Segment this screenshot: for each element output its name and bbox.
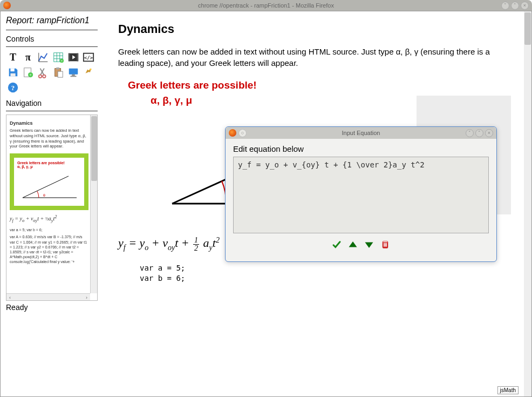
firefox-icon — [229, 129, 236, 137]
nav-code-1[interactable]: var a = 5; var b = 6; — [10, 227, 88, 232]
dialog-actions — [233, 235, 489, 256]
pi-equation-button[interactable]: π — [21, 50, 35, 64]
svg-rect-10 — [69, 53, 70, 62]
svg-text:θ: θ — [43, 193, 45, 197]
dialog-close-button[interactable]: × — [485, 129, 493, 137]
equation-input[interactable] — [233, 157, 489, 233]
svg-rect-27 — [69, 69, 78, 75]
svg-rect-15 — [10, 69, 14, 72]
svg-marker-39 — [349, 241, 357, 247]
dialog-minimize-button[interactable]: ˅ — [466, 129, 474, 137]
settings-button[interactable] — [81, 65, 96, 79]
nav-scroll-thumb[interactable] — [91, 116, 97, 181]
maximize-button[interactable]: ˄ — [511, 2, 519, 10]
svg-rect-42 — [384, 243, 385, 247]
svg-rect-43 — [385, 243, 386, 247]
main-scrollbar[interactable] — [524, 11, 531, 396]
code-line: var b = 6; — [140, 273, 516, 284]
svg-point-30 — [90, 69, 92, 71]
navigation-label: Navigation — [6, 99, 98, 111]
nav-equation[interactable]: yf = yo + voyt + ½ayt2 — [10, 214, 88, 223]
window-titlebar: chrome //opentrack - rampFriction1 - Moz… — [0, 0, 532, 11]
dialog-label: Edit equation below — [233, 144, 489, 153]
svg-line-34 — [23, 176, 69, 198]
video-button[interactable] — [66, 50, 80, 64]
display-button[interactable] — [66, 65, 80, 79]
main-scroll-thumb[interactable] — [524, 12, 531, 45]
input-equation-dialog: ○ Input Equation ˅ ˄ × Edit equation bel… — [225, 126, 497, 262]
svg-point-23 — [43, 75, 46, 78]
svg-rect-25 — [56, 68, 59, 70]
move-down-button[interactable] — [364, 240, 374, 250]
controls-toolbar: T π + </> + ? — [6, 50, 98, 95]
svg-rect-28 — [72, 75, 75, 76]
greek-callout: Greek letters are possible! — [128, 79, 516, 91]
svg-rect-45 — [383, 241, 387, 243]
move-up-button[interactable] — [347, 240, 358, 250]
nav-scrollbar-horizontal[interactable]: ‹ › — [6, 293, 90, 300]
dialog-titlebar[interactable]: ○ Input Equation ˅ ˄ × — [226, 127, 496, 139]
svg-rect-44 — [386, 243, 387, 247]
source-button[interactable]: </> — [81, 50, 96, 64]
svg-text:</>: </> — [84, 55, 93, 60]
close-button[interactable]: × — [521, 2, 529, 10]
scroll-right-icon[interactable]: › — [83, 294, 90, 301]
nav-title[interactable]: Dynamics — [10, 120, 88, 126]
svg-text:?: ? — [11, 84, 15, 92]
intro-paragraph: Greek letters can now be added in text w… — [118, 46, 516, 69]
svg-rect-16 — [10, 73, 15, 77]
nav-code-2[interactable]: var A = 0.636; // m/s/s var B = -1.375; … — [10, 234, 88, 264]
dialog-maximize-button[interactable]: ˄ — [475, 129, 483, 137]
sidebar: Report: rampFriction1 Controls T π + </>… — [1, 11, 103, 396]
navigation-panel: Dynamics Greek letters can now be added … — [6, 115, 98, 301]
chart-button[interactable] — [36, 50, 50, 64]
svg-rect-29 — [71, 76, 77, 77]
table-button[interactable]: + — [51, 50, 65, 64]
svg-rect-26 — [58, 71, 63, 77]
svg-rect-11 — [77, 53, 78, 62]
code-block: var a = 5; var b = 6; — [140, 263, 516, 284]
page-heading: Dynamics — [118, 22, 516, 36]
controls-label: Controls — [6, 35, 98, 47]
save-button[interactable] — [6, 65, 20, 79]
jsmath-badge[interactable]: jsMath — [497, 386, 519, 394]
nav-preview[interactable]: Greek letters are possible! α, β, γ, μ θ — [10, 153, 88, 210]
nav-scrollbar-vertical[interactable] — [90, 115, 97, 293]
new-page-button[interactable]: + — [21, 65, 35, 79]
code-line: var a = 5; — [140, 263, 516, 274]
dialog-title: Input Equation — [342, 130, 380, 136]
svg-text:+: + — [30, 72, 32, 77]
firefox-icon — [3, 2, 11, 9]
help-button[interactable]: ? — [6, 80, 20, 95]
cut-button[interactable] — [36, 65, 50, 79]
window-title: chrome //opentrack - rampFriction1 - Moz… — [198, 2, 334, 9]
nav-para: Greek letters can now be added in text w… — [10, 128, 88, 149]
svg-text:+: + — [61, 59, 63, 63]
scroll-left-icon[interactable]: ‹ — [6, 294, 13, 301]
confirm-button[interactable] — [331, 240, 342, 250]
svg-point-22 — [39, 75, 42, 78]
status-text: Ready — [6, 303, 98, 312]
minimize-button[interactable]: ˅ — [501, 2, 509, 10]
text-tool-button[interactable]: T — [6, 50, 20, 64]
delete-button[interactable] — [380, 240, 391, 250]
report-title: Report: rampFriction1 — [6, 16, 98, 30]
dialog-menu-button[interactable]: ○ — [238, 129, 247, 137]
paste-button[interactable] — [51, 65, 65, 79]
svg-marker-40 — [365, 243, 373, 248]
